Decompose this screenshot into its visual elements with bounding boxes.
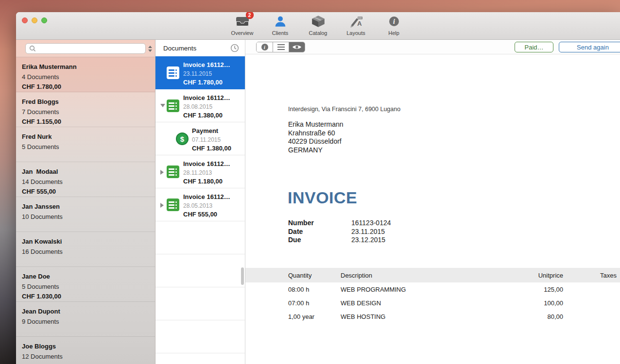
- client-list-item[interactable]: Fred Bloggs 7 Documents CHF 1.155,00: [16, 92, 155, 127]
- segment-info[interactable]: i: [257, 42, 273, 52]
- desktop-wallpaper: 2 Overview Clients: [0, 0, 620, 364]
- document-list-item[interactable]: $: [155, 221, 245, 254]
- invoice-meta-row: Number 161123-0124: [288, 219, 391, 228]
- client-list-item[interactable]: Jane Doe 5 Documents CHF 1.030,00: [16, 267, 155, 302]
- client-list: Erika Mustermann 4 Documents CHF 1.780,0…: [16, 57, 155, 364]
- client-name: Jean Dupont: [22, 307, 155, 316]
- toolbar-clients[interactable]: Clients: [266, 14, 294, 36]
- search-icon: [29, 45, 36, 52]
- client-list-item[interactable]: Jan Janssen 10 Documents: [16, 197, 155, 232]
- client-doc-count: 12 Documents: [22, 351, 155, 362]
- layouts-brush-icon: A: [349, 14, 363, 29]
- document-preview-panel: i: [245, 40, 620, 364]
- recipient-line: GERMANY: [288, 146, 344, 155]
- disclosure-triangle-icon[interactable]: [160, 203, 164, 208]
- col-taxes: Taxes: [563, 272, 617, 279]
- invoice-title: INVOICE: [288, 188, 357, 207]
- documents-scrollbar[interactable]: [241, 267, 244, 285]
- eye-icon: [292, 44, 302, 50]
- client-doc-count: 16 Documents: [22, 247, 155, 257]
- document-text: Invoice 16112… 23.11.2015 CHF 1.780,00: [183, 61, 230, 86]
- send-again-button[interactable]: Send again: [559, 42, 620, 52]
- client-doc-count: 9 Documents: [22, 316, 155, 327]
- clients-sidebar: Erika Mustermann 4 Documents CHF 1.780,0…: [16, 40, 155, 364]
- client-list-item[interactable]: Jan Modaal 14 Documents CHF 555,00: [16, 162, 155, 197]
- svg-text:i: i: [393, 18, 395, 25]
- disclosure-triangle-icon[interactable]: [160, 170, 164, 175]
- invoice-meta-row: Date 23.11.2015: [288, 228, 391, 236]
- documents-header: Documents: [155, 40, 245, 56]
- client-list-item[interactable]: Erika Mustermann 4 Documents CHF 1.780,0…: [16, 57, 155, 92]
- client-name: Jane Doe: [22, 272, 155, 281]
- payment-icon: $: [176, 132, 189, 145]
- document-date: 28.11.2013: [183, 169, 230, 177]
- cell-quantity: 08:00 h: [288, 286, 341, 293]
- document-list-item[interactable]: $: [155, 254, 245, 287]
- client-list-item[interactable]: Joe Bloggs 12 Documents: [16, 337, 155, 364]
- client-name: Jan Modaal: [22, 167, 155, 177]
- table-row: 07:00 h WEB DESIGN 100,00: [245, 296, 620, 310]
- segment-list[interactable]: [273, 42, 289, 52]
- sort-stepper[interactable]: [147, 43, 153, 54]
- sort-up-icon: [148, 46, 152, 48]
- invoice-sender-line: Interdesign, Via Franscini 7, 6900 Lugan…: [288, 106, 400, 113]
- client-list-item[interactable]: Jan Kowalski 16 Documents: [16, 232, 155, 267]
- history-clock-icon[interactable]: [230, 44, 239, 52]
- document-list-item[interactable]: $ Invoice 16112… 28.08.2015 CHF 1.380,00: [155, 89, 245, 122]
- table-body: 08:00 h WEB PROGRAMMING 125,00 07:00 h W…: [245, 282, 620, 323]
- col-quantity: Quantity: [288, 272, 341, 279]
- col-unitprice: Unitprice: [505, 272, 563, 279]
- view-mode-segmented-control: i: [256, 42, 305, 52]
- document-title: Invoice 16112…: [183, 193, 230, 201]
- segment-preview[interactable]: [289, 42, 305, 52]
- document-list-item[interactable]: $ Invoice 16112… 28.11.2013 CHF 1.180,00: [155, 155, 245, 188]
- meta-label: Number: [288, 219, 351, 228]
- disclosure-triangle-icon[interactable]: [160, 104, 165, 107]
- document-title: Invoice 16112…: [183, 94, 230, 102]
- catalog-box-icon: [311, 14, 325, 29]
- document-title: Payment: [192, 127, 231, 135]
- invoice-icon: [167, 165, 179, 178]
- document-date: 23.11.2015: [183, 70, 230, 78]
- client-list-item[interactable]: Fred Nurk 5 Documents: [16, 127, 155, 162]
- document-list-item[interactable]: $ Invoice 16112… 28.05.2013 CHF 555,00: [155, 188, 245, 221]
- preview-toolbar: i: [245, 40, 620, 54]
- client-amount: CHF 1.780,00: [22, 82, 155, 92]
- recipient-line: 40229 Düsseldorf: [288, 137, 344, 146]
- search-input[interactable]: [25, 43, 146, 54]
- invoice-line-items-table: Quantity Description Unitprice Taxes 08:…: [245, 268, 620, 323]
- client-name: Joe Bloggs: [22, 342, 155, 351]
- client-doc-count: 4 Documents: [22, 72, 155, 82]
- document-list: $ Invoice 16112… 23.11.2015 CHF 1.780,00: [155, 56, 245, 364]
- toolbar-overview[interactable]: 2 Overview: [228, 14, 257, 36]
- cell-description: WEB HOSTING: [341, 313, 505, 320]
- document-list-item[interactable]: $ Invoice 16112… 23.11.2015 CHF 1.780,00: [155, 56, 245, 89]
- client-name: Fred Nurk: [22, 132, 155, 142]
- document-title: Invoice 16112…: [183, 61, 230, 69]
- toolbar-catalog[interactable]: Catalog: [304, 14, 332, 36]
- client-name: Jan Kowalski: [22, 237, 155, 247]
- document-amount: CHF 1.180,00: [183, 178, 230, 185]
- cell-quantity: 07:00 h: [288, 299, 341, 307]
- invoice-icon: [167, 66, 179, 79]
- document-text: Invoice 16112… 28.11.2013 CHF 1.180,00: [183, 160, 230, 185]
- document-list-item[interactable]: $: [155, 287, 245, 320]
- document-list-item[interactable]: $: [155, 320, 245, 353]
- invoice-recipient-block: Erika MustermannKrahnstraße 6040229 Düss…: [288, 120, 344, 154]
- invoice-meta-row: Due 23.12.2015: [288, 236, 391, 245]
- paid-button[interactable]: Paid…: [515, 42, 553, 52]
- cell-description: WEB PROGRAMMING: [341, 286, 505, 293]
- cell-description: WEB DESIGN: [341, 299, 505, 307]
- document-amount: CHF 1.380,00: [183, 112, 230, 119]
- toolbar-help[interactable]: i Help: [380, 14, 408, 36]
- client-amount: CHF 1.155,00: [22, 117, 155, 127]
- client-list-item[interactable]: Jean Dupont 9 Documents: [16, 302, 155, 337]
- client-doc-count: 7 Documents: [22, 107, 155, 117]
- toolbar-layouts[interactable]: A Layouts: [342, 14, 370, 36]
- document-date: 28.05.2013: [183, 202, 230, 210]
- meta-value: 161123-0124: [351, 219, 391, 228]
- document-title: Invoice 16112…: [183, 160, 230, 168]
- sort-down-icon: [148, 50, 152, 52]
- cell-unitprice: 125,00: [505, 286, 563, 293]
- document-list-item[interactable]: $ Payment 07.11.2015 CHF 1.380,00: [155, 122, 245, 155]
